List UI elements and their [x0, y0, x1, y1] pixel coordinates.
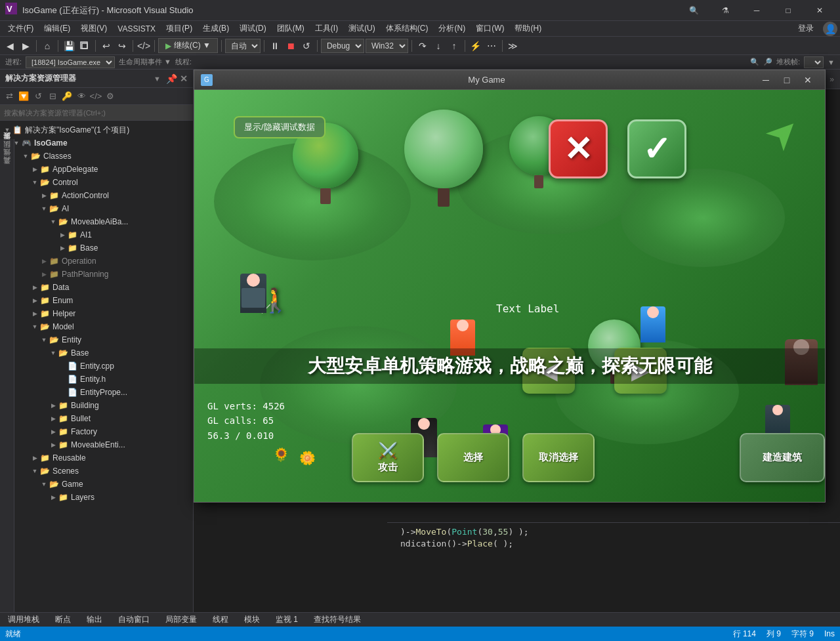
- pause-btn[interactable]: ⏸: [268, 39, 282, 53]
- game-close-btn[interactable]: ✕: [797, 73, 818, 87]
- se-collapse-btn[interactable]: ⊟: [46, 90, 59, 103]
- se-pin-icon[interactable]: 📌: [166, 73, 177, 84]
- vert-tab-props[interactable]: 属性: [1, 157, 13, 165]
- tree-pathplanning[interactable]: ▶ 📁 PathPlanning: [0, 268, 193, 281]
- tree-appdelegate[interactable]: ▶ 📁 AppDelegate: [0, 163, 193, 176]
- tree-ai-base[interactable]: ▶ 📁 Base: [0, 241, 193, 255]
- process-dropdown[interactable]: [18824] IsoGame.exe: [26, 56, 115, 68]
- game-minimize-btn[interactable]: ─: [755, 73, 776, 87]
- tree-enum[interactable]: ▶ 📁 Enum: [0, 294, 193, 307]
- more-tools-btn[interactable]: ⋯: [484, 39, 499, 53]
- bottom-tab-breakpoints[interactable]: 断点: [52, 613, 74, 627]
- tree-project[interactable]: ▼ 🎮 IsoGame: [0, 136, 193, 150]
- tree-building[interactable]: ▶ 📁 Building: [0, 399, 193, 412]
- cancel-select-btn[interactable]: 取消选择: [522, 433, 595, 482]
- tree-game-folder[interactable]: ▼ 📂 Game: [0, 478, 193, 491]
- menu-vassistx[interactable]: VASSISTX: [112, 23, 161, 35]
- se-settings-btn[interactable]: ⚙: [104, 90, 117, 103]
- maximize-btn[interactable]: □: [773, 0, 803, 21]
- forward-btn[interactable]: ▶: [18, 39, 33, 53]
- vert-tab-toolbox[interactable]: 工具箱: [1, 165, 13, 173]
- tree-data[interactable]: ▶ 📁 Data: [0, 281, 193, 294]
- bottom-tab-modules[interactable]: 模块: [242, 613, 262, 627]
- user-avatar[interactable]: 👤: [823, 22, 837, 36]
- tree-moveableaibase[interactable]: ▼ 📂 MoveableAiBa...: [0, 215, 193, 228]
- redo-btn[interactable]: ↪: [115, 39, 129, 53]
- game-maximize-btn[interactable]: □: [776, 73, 797, 87]
- step-out-btn[interactable]: ↑: [447, 39, 461, 53]
- menu-team[interactable]: 团队(M): [272, 22, 310, 35]
- tree-solution[interactable]: ▼ 📋 解决方案"IsoGame"(1 个项目): [0, 123, 193, 136]
- tree-reusable[interactable]: ▶ 📁 Reusable: [0, 451, 193, 465]
- step-over-btn[interactable]: ↷: [415, 39, 430, 53]
- save-all-btn[interactable]: [77, 39, 92, 53]
- tree-helper[interactable]: ▶ 📁 Helper: [0, 307, 193, 320]
- tree-bullet[interactable]: ▶ 📁 Bullet: [0, 412, 193, 425]
- filter-icon[interactable]: ⚗: [710, 0, 740, 21]
- tree-entity-h[interactable]: ▶ 📄 Entity.h: [0, 373, 193, 386]
- menu-build[interactable]: 生成(B): [198, 22, 234, 35]
- auto-dropdown[interactable]: 自动: [225, 39, 261, 53]
- restart-btn[interactable]: ↺: [299, 39, 314, 53]
- game-check-button[interactable]: ✓: [627, 119, 686, 178]
- tree-entity-base[interactable]: ▼ 📂 Base: [0, 346, 193, 360]
- debug-dropdown[interactable]: Debug: [321, 39, 364, 53]
- bottom-tab-locals[interactable]: 局部变量: [163, 613, 200, 627]
- se-sync-btn[interactable]: ⇄: [3, 90, 16, 103]
- select-btn[interactable]: 选择: [437, 433, 509, 482]
- menu-arch[interactable]: 体系结构(C): [381, 22, 434, 35]
- menu-project[interactable]: 项目(P): [161, 22, 198, 35]
- se-view-code-btn[interactable]: </>: [89, 90, 102, 103]
- tree-moveableentity[interactable]: ▶ 📁 MoveableEnti...: [0, 438, 193, 451]
- game-debug-btn[interactable]: 显示/隐藏调试数据: [234, 116, 326, 138]
- menu-window[interactable]: 窗口(W): [471, 22, 509, 35]
- status-col[interactable]: 列 9: [766, 629, 781, 640]
- menu-view[interactable]: 视图(V): [75, 22, 112, 35]
- se-properties-btn[interactable]: 🔑: [60, 90, 74, 103]
- frame-dropdown[interactable]: [804, 56, 824, 68]
- vert-tab-se[interactable]: 解决方案: [1, 142, 13, 150]
- tree-scenes[interactable]: ▼ 📂 Scenes: [0, 465, 193, 478]
- tree-factory[interactable]: ▶ 📁 Factory: [0, 425, 193, 438]
- bottom-tab-autowindow[interactable]: 自动窗口: [116, 613, 152, 627]
- menu-debug[interactable]: 调试(D): [234, 22, 272, 35]
- bottom-tab-findsymbols[interactable]: 查找符号结果: [311, 613, 364, 627]
- scroll-right-btn[interactable]: ≫: [506, 39, 520, 53]
- se-refresh-btn[interactable]: ↺: [32, 90, 45, 103]
- menu-edit[interactable]: 编辑(E): [39, 22, 75, 35]
- performance-btn[interactable]: ⚡: [469, 39, 483, 53]
- step-into-btn[interactable]: ↓: [431, 39, 446, 53]
- status-mode[interactable]: Ins: [824, 629, 835, 638]
- tree-actioncontrol[interactable]: ▶ 📁 ActionControl: [0, 189, 193, 202]
- continue-btn[interactable]: ▶ 继续(C) ▼: [158, 38, 218, 53]
- se-search-input[interactable]: [4, 109, 189, 117]
- status-char[interactable]: 字符 9: [791, 629, 814, 640]
- game-x-button[interactable]: ✕: [549, 119, 608, 178]
- se-filter-btn[interactable]: 🔽: [17, 90, 30, 103]
- tree-entity-cpp[interactable]: ▶ 📄 Entity.cpp: [0, 360, 193, 373]
- save-btn[interactable]: 💾: [62, 39, 76, 53]
- back-btn[interactable]: ◀: [3, 39, 17, 53]
- tree-entity[interactable]: ▼ 📂 Entity: [0, 333, 193, 346]
- tree-control[interactable]: ▼ 📂 Control: [0, 176, 193, 189]
- attack-btn[interactable]: ⚔️ 攻击: [352, 433, 424, 482]
- build-btn[interactable]: 建造建筑: [740, 433, 825, 482]
- stop-btn[interactable]: ⏹: [284, 39, 298, 53]
- menu-test[interactable]: 测试(U): [343, 22, 381, 35]
- close-btn[interactable]: ✕: [805, 0, 835, 21]
- menu-analyze[interactable]: 分析(N): [433, 22, 471, 35]
- vert-tab-team[interactable]: 团队: [1, 150, 13, 157]
- tree-ai1[interactable]: ▶ 📁 AI1: [0, 228, 193, 241]
- undo-btn[interactable]: ↩: [99, 39, 114, 53]
- menu-help[interactable]: 帮助(H): [509, 22, 547, 35]
- tree-layers[interactable]: ▶ 📁 Layers: [0, 491, 193, 504]
- bottom-tab-threads[interactable]: 线程: [210, 613, 231, 627]
- tree-ai[interactable]: ▼ 📂 AI: [0, 202, 193, 215]
- status-ready[interactable]: 就绪: [5, 629, 21, 640]
- minimize-btn[interactable]: ─: [742, 0, 772, 21]
- login-button[interactable]: 登录: [791, 22, 820, 35]
- platform-dropdown[interactable]: Win32: [366, 39, 408, 53]
- code-view-btn[interactable]: </>: [136, 39, 151, 53]
- se-show-all-btn[interactable]: 👁: [75, 90, 88, 103]
- tree-operation[interactable]: ▶ 📁 Operation: [0, 255, 193, 268]
